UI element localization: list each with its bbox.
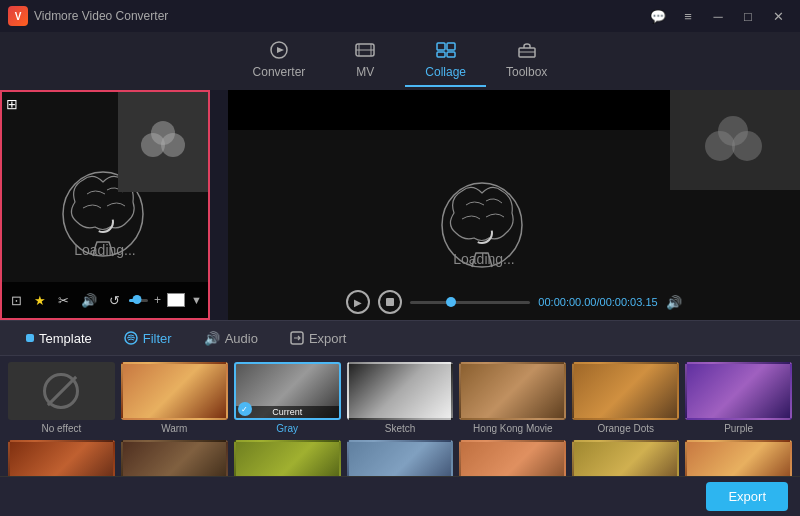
maximize-button[interactable]: □ <box>734 6 762 26</box>
placeholder-icon <box>133 117 193 167</box>
check-badge: ✓ <box>238 402 252 416</box>
chat-button[interactable]: 💬 <box>644 6 672 26</box>
template-label: Template <box>39 331 92 346</box>
crop-tool[interactable]: ⊡ <box>8 291 25 310</box>
collage-label: Collage <box>425 65 466 79</box>
star-tool[interactable]: ★ <box>31 291 49 310</box>
dropdown-arrow[interactable]: ▼ <box>191 294 202 306</box>
purple-thumb <box>685 362 792 420</box>
svg-point-12 <box>151 121 175 145</box>
tab-mv[interactable]: MV <box>325 35 405 87</box>
nav-bar: Converter MV Collage <box>0 32 800 90</box>
timeline-bar[interactable] <box>410 301 530 304</box>
titlebar: V Vidmore Video Converter 💬 ≡ ─ □ ✕ <box>0 0 800 32</box>
audio-label: Audio <box>225 331 258 346</box>
time-display: 00:00:00.00/00:00:03.15 <box>538 296 657 308</box>
stop-button[interactable] <box>378 290 402 314</box>
svg-marker-1 <box>277 47 284 53</box>
filter-r2a[interactable] <box>8 440 115 476</box>
left-toolbar: ⊡ ★ ✂ 🔊 ↺ + ▼ <box>2 282 208 318</box>
svg-rect-4 <box>447 43 455 50</box>
left-preview-panel: ⊞ Loading... <box>0 90 210 320</box>
volume-icon[interactable]: 🔊 <box>666 295 682 310</box>
filter-no-effect[interactable]: No effect <box>8 362 115 434</box>
minimize-button[interactable]: ─ <box>704 6 732 26</box>
svg-rect-6 <box>447 52 455 57</box>
tab-template[interactable]: Template <box>10 325 108 352</box>
tab-converter[interactable]: Converter <box>233 35 326 87</box>
filter-r2b[interactable] <box>121 440 228 476</box>
tab-collage[interactable]: Collage <box>405 35 486 87</box>
play-button[interactable]: ▶ <box>346 290 370 314</box>
export-tab-icon <box>290 331 304 345</box>
filter-row-1: No effect Warm Current ✓ Gray Sketch <box>8 362 792 434</box>
filter-label: Filter <box>143 331 172 346</box>
filter-r2f[interactable] <box>572 440 679 476</box>
filter-warm[interactable]: Warm <box>121 362 228 434</box>
audio-icon: 🔊 <box>204 331 220 346</box>
no-effect-icon <box>43 373 79 409</box>
video-icon: ⊞ <box>6 96 18 112</box>
right-controls: ▶ 00:00:00.00/00:00:03.15 🔊 <box>228 290 800 314</box>
progress-thumb[interactable] <box>132 295 141 304</box>
filter-icon <box>124 331 138 345</box>
filter-hk[interactable]: Hong Kong Movie <box>459 362 566 434</box>
filter-dots[interactable]: Orange Dots <box>572 362 679 434</box>
export-tab-label: Export <box>309 331 347 346</box>
filter-r2c[interactable] <box>234 440 341 476</box>
r2d-thumb <box>347 440 454 476</box>
r2g-thumb <box>685 440 792 476</box>
filter-purple[interactable]: Purple <box>685 362 792 434</box>
bottom-bar: Export <box>0 476 800 516</box>
app-icon: V <box>8 6 28 26</box>
menu-button[interactable]: ≡ <box>674 6 702 26</box>
audio-tool[interactable]: 🔊 <box>78 291 100 310</box>
r2c-thumb <box>234 440 341 476</box>
purple-label: Purple <box>724 423 753 434</box>
main-area: ⊞ Loading... <box>0 90 800 516</box>
export-button[interactable]: Export <box>706 482 788 511</box>
titlebar-title: Vidmore Video Converter <box>34 9 168 23</box>
svg-rect-5 <box>437 52 445 57</box>
dots-label: Orange Dots <box>597 423 654 434</box>
r2b-thumb <box>121 440 228 476</box>
sketch-label: Sketch <box>385 423 416 434</box>
mv-label: MV <box>356 65 374 79</box>
plus-btn[interactable]: + <box>154 293 161 307</box>
converter-label: Converter <box>253 65 306 79</box>
right-loading-text: Loading... <box>453 251 515 267</box>
color-picker[interactable] <box>167 293 185 307</box>
tab-filter[interactable]: Filter <box>108 325 188 352</box>
right-loading-overlay: Loading... <box>228 90 800 320</box>
hk-thumb <box>459 362 566 420</box>
svg-rect-3 <box>437 43 445 50</box>
timeline-thumb[interactable] <box>446 297 456 307</box>
sketch-thumb <box>347 362 454 420</box>
filter-r2g[interactable] <box>685 440 792 476</box>
converter-icon <box>268 41 290 62</box>
tab-toolbox[interactable]: Toolbox <box>486 35 567 87</box>
r2e-thumb <box>459 440 566 476</box>
center-divider <box>210 90 228 320</box>
rotate-tool[interactable]: ↺ <box>106 291 123 310</box>
tab-audio[interactable]: 🔊 Audio <box>188 325 274 352</box>
tab-export[interactable]: Export <box>274 325 363 352</box>
filter-r2d[interactable] <box>347 440 454 476</box>
dots-thumb <box>572 362 679 420</box>
no-effect-thumb <box>8 362 115 420</box>
template-dot <box>26 334 34 342</box>
titlebar-controls: 💬 ≡ ─ □ ✕ <box>644 6 792 26</box>
filter-gray[interactable]: Current ✓ Gray <box>234 362 341 434</box>
gray-label: Gray <box>276 423 298 434</box>
cut-tool[interactable]: ✂ <box>55 291 72 310</box>
filter-sketch[interactable]: Sketch <box>347 362 454 434</box>
warm-label: Warm <box>161 423 187 434</box>
r2a-thumb <box>8 440 115 476</box>
preview-area: ⊞ Loading... <box>0 90 800 320</box>
toolbox-label: Toolbox <box>506 65 547 79</box>
filter-r2e[interactable] <box>459 440 566 476</box>
no-effect-label: No effect <box>42 423 82 434</box>
progress-bar[interactable] <box>129 299 148 302</box>
filter-row-2 <box>8 440 792 476</box>
close-button[interactable]: ✕ <box>764 6 792 26</box>
